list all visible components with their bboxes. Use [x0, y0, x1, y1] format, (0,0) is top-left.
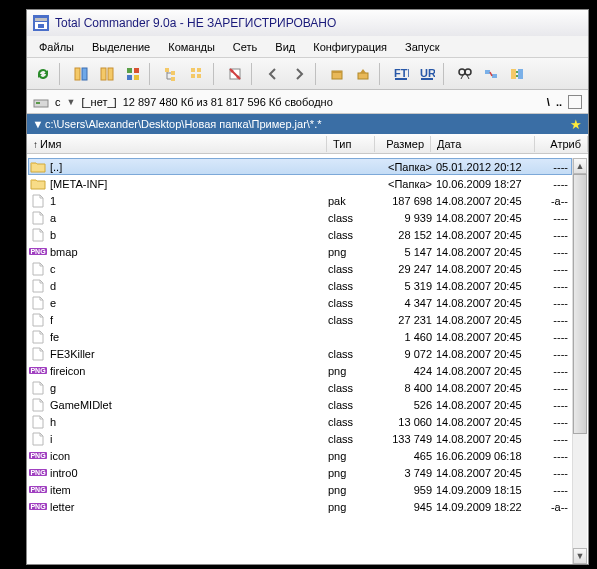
- current-path[interactable]: c:\Users\Alexander\Desktop\Новая папка\П…: [45, 118, 568, 130]
- table-row[interactable]: GameMIDletclass52614.08.2007 20:45----: [28, 396, 572, 413]
- file-size: 5 147: [376, 246, 432, 258]
- path-dropdown-icon[interactable]: ▼: [31, 118, 45, 130]
- sync-icon[interactable]: [505, 62, 529, 86]
- table-row[interactable]: iclass133 74914.08.2007 20:45----: [28, 430, 572, 447]
- scroll-down-icon[interactable]: ▼: [573, 548, 587, 564]
- drive-extra-button[interactable]: [568, 95, 582, 109]
- file-ext: png: [328, 450, 376, 462]
- table-row[interactable]: PNGletterpng94514.09.2009 18:22-a--: [28, 498, 572, 515]
- file-icon: [30, 398, 46, 412]
- search-icon[interactable]: [453, 62, 477, 86]
- menu-commands[interactable]: Команды: [160, 39, 223, 55]
- pack-icon[interactable]: [325, 62, 349, 86]
- table-row[interactable]: PNGiconpng46516.06.2009 06:18----: [28, 447, 572, 464]
- svg-rect-11: [134, 75, 139, 80]
- svg-text:URL: URL: [420, 68, 435, 79]
- table-row[interactable]: 1pak187 69814.08.2007 20:45-a--: [28, 192, 572, 209]
- pathbar: ▼ c:\Users\Alexander\Desktop\Новая папка…: [27, 114, 588, 134]
- invert-icon[interactable]: [223, 62, 247, 86]
- table-row[interactable]: FE3Killerclass9 07214.08.2007 20:45----: [28, 345, 572, 362]
- col-name[interactable]: Имя: [27, 136, 327, 152]
- table-row[interactable]: PNGitempng95914.09.2009 18:15----: [28, 481, 572, 498]
- file-date: 14.08.2007 20:45: [432, 365, 536, 377]
- drive-letter[interactable]: c: [55, 96, 61, 108]
- svg-rect-28: [421, 78, 433, 80]
- drive-dropdown-icon[interactable]: ▼: [67, 97, 76, 107]
- drive-none: [_нет_]: [81, 96, 116, 108]
- rename-icon[interactable]: [479, 62, 503, 86]
- menu-selection[interactable]: Выделение: [84, 39, 158, 55]
- back-icon[interactable]: [261, 62, 285, 86]
- file-icon: [30, 296, 46, 310]
- app-icon: [33, 15, 49, 31]
- svg-rect-32: [492, 74, 497, 78]
- png-icon: PNG: [30, 449, 46, 463]
- svg-rect-10: [127, 75, 132, 80]
- table-row[interactable]: hclass13 06014.08.2007 20:45----: [28, 413, 572, 430]
- file-ext: class: [328, 297, 376, 309]
- file-date: 14.08.2007 20:45: [432, 297, 536, 309]
- menu-view[interactable]: Вид: [267, 39, 303, 55]
- view-thumbs-icon[interactable]: [121, 62, 145, 86]
- col-date[interactable]: Дата: [431, 136, 535, 152]
- scroll-up-icon[interactable]: ▲: [573, 158, 587, 174]
- file-list[interactable]: [..]<Папка>05.01.2012 20:12----[META-INF…: [28, 158, 572, 564]
- table-row[interactable]: PNGfireiconpng42414.08.2007 20:45----: [28, 362, 572, 379]
- table-row[interactable]: eclass4 34714.08.2007 20:45----: [28, 294, 572, 311]
- file-ext: class: [328, 416, 376, 428]
- table-row[interactable]: [..]<Папка>05.01.2012 20:12----: [28, 158, 572, 175]
- favorite-icon[interactable]: ★: [568, 117, 584, 132]
- menu-start[interactable]: Запуск: [397, 39, 447, 55]
- col-size[interactable]: Размер: [375, 136, 431, 152]
- table-row[interactable]: cclass29 24714.08.2007 20:45----: [28, 260, 572, 277]
- file-attr: ----: [536, 467, 570, 479]
- unpack-icon[interactable]: [351, 62, 375, 86]
- file-ext: class: [328, 348, 376, 360]
- refresh-icon[interactable]: [31, 62, 55, 86]
- file-date: 14.08.2007 20:45: [432, 348, 536, 360]
- menu-net[interactable]: Сеть: [225, 39, 265, 55]
- table-row[interactable]: fclass27 23114.08.2007 20:45----: [28, 311, 572, 328]
- root-button[interactable]: \: [547, 96, 550, 108]
- toolbar: FTP URL: [27, 58, 588, 90]
- separator: [213, 63, 219, 85]
- table-row[interactable]: gclass8 40014.08.2007 20:45----: [28, 379, 572, 396]
- file-name: FE3Killer: [50, 348, 328, 360]
- file-date: 14.08.2007 20:45: [432, 246, 536, 258]
- table-row[interactable]: PNGbmappng5 14714.08.2007 20:45----: [28, 243, 572, 260]
- forward-icon[interactable]: [287, 62, 311, 86]
- col-attr[interactable]: Атриб: [535, 136, 588, 152]
- scroll-thumb[interactable]: [573, 174, 587, 434]
- file-name: g: [50, 382, 328, 394]
- ftp-icon[interactable]: FTP: [389, 62, 413, 86]
- file-date: 14.08.2007 20:45: [432, 331, 536, 343]
- svg-rect-3: [38, 24, 44, 28]
- file-ext: class: [328, 399, 376, 411]
- menu-config[interactable]: Конфигурация: [305, 39, 395, 55]
- svg-rect-7: [108, 68, 113, 80]
- tree-icon[interactable]: [159, 62, 183, 86]
- table-row[interactable]: bclass28 15214.08.2007 20:45----: [28, 226, 572, 243]
- file-size: 187 698: [376, 195, 432, 207]
- col-ext[interactable]: Тип: [327, 136, 375, 152]
- svg-rect-9: [134, 68, 139, 73]
- drive-icon[interactable]: [33, 94, 49, 110]
- view-full-icon[interactable]: [95, 62, 119, 86]
- url-icon[interactable]: URL: [415, 62, 439, 86]
- menu-files[interactable]: Файлы: [31, 39, 82, 55]
- up-button[interactable]: ..: [556, 96, 562, 108]
- scrollbar[interactable]: ▲ ▼: [572, 158, 587, 564]
- table-row[interactable]: [META-INF]<Папка>10.06.2009 18:27----: [28, 175, 572, 192]
- svg-rect-31: [485, 70, 490, 74]
- svg-rect-15: [191, 68, 195, 72]
- table-row[interactable]: aclass9 93914.08.2007 20:45----: [28, 209, 572, 226]
- all-files-icon[interactable]: [185, 62, 209, 86]
- view-brief-icon[interactable]: [69, 62, 93, 86]
- table-row[interactable]: fe1 46014.08.2007 20:45----: [28, 328, 572, 345]
- table-row[interactable]: PNGintro0png3 74914.08.2007 20:45----: [28, 464, 572, 481]
- file-date: 14.08.2007 20:45: [432, 195, 536, 207]
- file-size: 27 231: [376, 314, 432, 326]
- table-row[interactable]: dclass5 31914.08.2007 20:45----: [28, 277, 572, 294]
- svg-rect-17: [197, 68, 201, 72]
- svg-rect-36: [36, 102, 40, 104]
